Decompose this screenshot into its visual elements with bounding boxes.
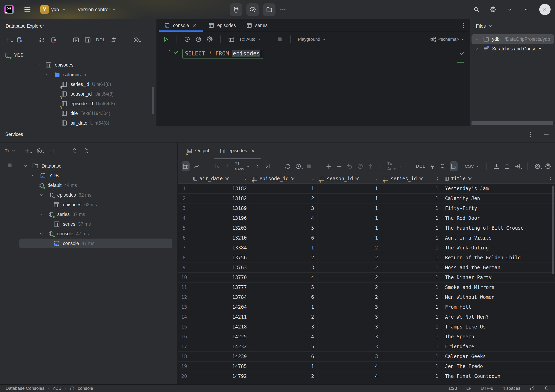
files-header[interactable]: Files bbox=[470, 19, 555, 33]
grid-view-button[interactable] bbox=[182, 161, 190, 171]
cell-air_date[interactable]: 14218 bbox=[190, 322, 250, 332]
cell-season_id[interactable]: 3 bbox=[317, 302, 381, 312]
datasource-settings-icon[interactable] bbox=[16, 36, 23, 43]
settings-gear-icon[interactable] bbox=[490, 6, 497, 13]
row-number[interactable]: 9 bbox=[178, 263, 190, 272]
sql-statement[interactable]: SELECT * FROM episodes bbox=[182, 49, 263, 59]
cell-air_date[interactable]: 14204 bbox=[190, 302, 250, 312]
code-editor[interactable]: 1 SELECT * FROM episodes bbox=[157, 47, 470, 126]
cell-season_id[interactable]: 2 bbox=[317, 253, 381, 262]
grid-view-options-icon[interactable] bbox=[534, 163, 541, 170]
row-number[interactable]: 4 bbox=[178, 213, 190, 223]
row-number[interactable]: 19 bbox=[178, 362, 190, 371]
dbx-item-episodes[interactable]: episodes bbox=[0, 60, 156, 70]
cell-air_date[interactable]: 14239 bbox=[190, 352, 250, 361]
database-explorer-scrollbar[interactable] bbox=[152, 87, 154, 114]
cell-air_date[interactable]: 14792 bbox=[190, 371, 250, 381]
dbx-item-title[interactable]: titleText(4194304) bbox=[0, 109, 156, 118]
execution-plan-icon[interactable] bbox=[195, 36, 202, 43]
svc-item-YDB[interactable]: YDB bbox=[19, 171, 177, 181]
services-add-icon[interactable] bbox=[24, 147, 31, 154]
breadcrumb-item[interactable]: YDB bbox=[52, 386, 61, 391]
cell-series_id[interactable]: 1 bbox=[381, 273, 442, 282]
files-item-ydb[interactable]: ydb~/DataGripProjects/ydb bbox=[472, 34, 554, 44]
row-number[interactable]: 1 bbox=[178, 184, 190, 193]
row-number[interactable]: 10 bbox=[178, 273, 190, 282]
cell-title[interactable]: Smoke and Mirrors bbox=[442, 283, 555, 292]
cell-air_date[interactable]: 13763 bbox=[190, 263, 250, 272]
first-page-icon[interactable] bbox=[214, 163, 221, 170]
run-query-icon[interactable] bbox=[162, 36, 169, 43]
new-query-console-icon[interactable] bbox=[73, 36, 80, 43]
cell-title[interactable]: The Haunting of Bill Crouse bbox=[442, 223, 555, 233]
cell-episode_id[interactable]: 2 bbox=[250, 194, 318, 203]
upload-changes-icon[interactable] bbox=[367, 163, 374, 170]
chart-view-button[interactable] bbox=[193, 161, 201, 171]
cell-episode_id[interactable]: 1 bbox=[250, 243, 318, 253]
cell-season_id[interactable]: 1 bbox=[317, 203, 381, 213]
services-minimize-icon[interactable] bbox=[543, 131, 550, 138]
row-number[interactable]: 16 bbox=[178, 332, 190, 341]
indent-setting[interactable]: 4 spaces bbox=[503, 386, 520, 391]
cell-air_date[interactable]: 14232 bbox=[190, 342, 250, 351]
files-splitter-handle[interactable] bbox=[472, 121, 553, 125]
cell-season_id[interactable]: 2 bbox=[317, 243, 381, 253]
cell-episode_id[interactable]: 6 bbox=[250, 292, 318, 302]
dbx-item-columns[interactable]: columns5 bbox=[0, 70, 156, 80]
cell-title[interactable]: Moss and the German bbox=[442, 263, 555, 272]
cell-title[interactable]: Return of the Golden Child bbox=[442, 253, 555, 262]
cell-title[interactable]: Men Without Women bbox=[442, 292, 555, 302]
more-toolbar-icon[interactable] bbox=[279, 6, 286, 13]
jump-to-console-icon[interactable] bbox=[110, 36, 117, 43]
cell-title[interactable]: Calendar Geeks bbox=[442, 352, 555, 361]
cell-season_id[interactable]: 3 bbox=[317, 352, 381, 361]
page-size-dropdown[interactable]: 71 rows bbox=[235, 161, 250, 172]
cell-title[interactable]: The Final Countdown bbox=[442, 371, 555, 381]
breadcrumb-item[interactable]: console bbox=[78, 386, 93, 391]
cell-season_id[interactable]: 1 bbox=[317, 184, 381, 193]
row-number[interactable]: 2 bbox=[178, 194, 190, 203]
disconnect-icon[interactable] bbox=[50, 36, 57, 43]
schema-switcher[interactable]: <schema> bbox=[430, 36, 465, 43]
results-tab-output[interactable]: Output bbox=[181, 143, 214, 159]
main-menu-icon[interactable] bbox=[23, 6, 31, 14]
svc-item-episodes[interactable]: episodes62 ms bbox=[19, 200, 177, 210]
line-ending[interactable]: LF bbox=[466, 386, 472, 391]
results-ddl-button[interactable]: DDL bbox=[416, 164, 425, 169]
services-tx-dropdown[interactable]: Tx bbox=[5, 148, 16, 153]
notifications-bell-icon[interactable] bbox=[544, 386, 549, 391]
cell-air_date[interactable]: 13777 bbox=[190, 283, 250, 292]
cell-season_id[interactable]: 2 bbox=[317, 292, 381, 302]
cell-series_id[interactable]: 1 bbox=[381, 302, 442, 312]
next-page-icon[interactable] bbox=[254, 163, 261, 170]
dbx-item-YDB[interactable]: YDB bbox=[0, 51, 156, 60]
grid-scrollbar[interactable] bbox=[552, 186, 554, 274]
console-settings-icon[interactable] bbox=[206, 36, 213, 43]
cell-episode_id[interactable]: 4 bbox=[250, 332, 318, 341]
cell-air_date[interactable]: 13182 bbox=[190, 184, 250, 193]
pin-tab-icon[interactable] bbox=[429, 163, 436, 170]
sort-toggle-icon[interactable] bbox=[435, 176, 440, 181]
cell-episode_id[interactable]: 3 bbox=[250, 203, 318, 213]
cell-season_id[interactable]: 2 bbox=[317, 263, 381, 272]
refresh-icon[interactable] bbox=[38, 36, 45, 43]
cell-series_id[interactable]: 1 bbox=[381, 263, 442, 272]
cell-air_date[interactable]: 13182 bbox=[190, 194, 250, 203]
cell-title[interactable]: Friendface bbox=[442, 342, 555, 351]
svc-item-console[interactable]: console47 ms bbox=[19, 229, 177, 239]
cell-series_id[interactable]: 1 bbox=[381, 371, 442, 381]
chevron-down-icon[interactable] bbox=[474, 36, 480, 43]
cell-air_date[interactable]: 13203 bbox=[190, 223, 250, 233]
chevron-down-icon[interactable] bbox=[38, 230, 45, 237]
svc-item-Database[interactable]: Database bbox=[19, 161, 177, 171]
cell-episode_id[interactable]: 4 bbox=[250, 273, 318, 282]
cell-series_id[interactable]: 1 bbox=[381, 233, 442, 243]
row-number[interactable]: 15 bbox=[178, 322, 190, 332]
row-number[interactable]: 17 bbox=[178, 342, 190, 351]
view-options-icon[interactable] bbox=[133, 36, 139, 43]
svc-item-console[interactable]: console47 ms bbox=[19, 239, 172, 248]
import-data-icon[interactable] bbox=[504, 163, 511, 170]
cell-series_id[interactable]: 1 bbox=[381, 243, 442, 253]
cell-series_id[interactable]: 1 bbox=[381, 292, 442, 302]
column-header-title[interactable]: title bbox=[442, 174, 555, 183]
